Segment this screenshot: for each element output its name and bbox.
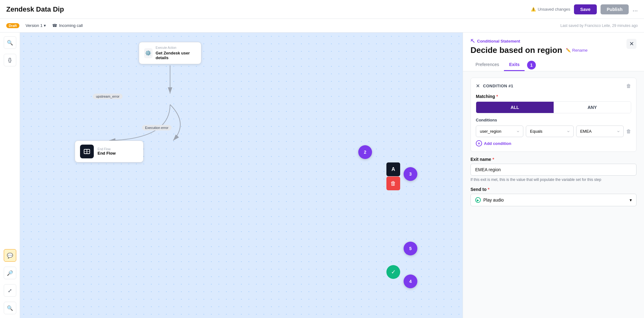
condition-block: ✕ CONDITION #1 🗑 Matching * ALL ANY Cond…	[470, 78, 636, 152]
pencil-icon: ✏️	[566, 48, 571, 53]
incoming-call-indicator: ☎ Incoming call	[52, 23, 83, 28]
last-saved-label: Last saved by Francisco Leite, 29 minute…	[561, 23, 638, 28]
tab-preferences[interactable]: Preferences	[470, 59, 504, 71]
zoom-out-button[interactable]: 🔍	[4, 302, 16, 314]
conditional-icon: ⛏	[470, 39, 475, 44]
condition-value-select[interactable]: EMEA	[576, 126, 624, 137]
exit-name-star: *	[492, 157, 494, 162]
exit-name-section: Exit name * If this exit is met, this is…	[470, 157, 636, 182]
execution-error-label: Execution error	[142, 125, 172, 131]
condition-operator-select[interactable]: Equals	[526, 126, 573, 137]
overlay-green-button[interactable]: ✓	[386, 265, 400, 279]
match-all-button[interactable]: ALL	[476, 102, 554, 113]
chevron-down-icon: ▾	[630, 197, 632, 203]
rename-button[interactable]: ✏️ Rename	[566, 48, 587, 53]
exit-name-input[interactable]	[470, 164, 636, 176]
chevron-down-icon: ▾	[44, 23, 46, 28]
unsaved-indicator: ⚠️ Unsaved changes	[531, 7, 570, 12]
required-star: *	[496, 94, 498, 99]
execute-icon: ⚙️	[144, 48, 153, 58]
panel-type-label: ⛏ Conditional Statement	[470, 39, 587, 44]
version-selector[interactable]: Version 1 ▾	[26, 23, 46, 28]
warning-icon: ⚠️	[531, 7, 536, 12]
panel-tabs: Preferences Exits 1	[470, 59, 636, 71]
end-flow-text: End Flow End Flow	[98, 147, 116, 156]
execute-subtitle: Execute Action	[156, 46, 196, 49]
expand-button[interactable]: ⤢	[4, 284, 16, 297]
add-condition-button[interactable]: + Add condition	[476, 140, 631, 146]
topbar: Zendesk Data Dip ⚠️ Unsaved changes Save…	[0, 0, 644, 19]
condition-header: ✕ CONDITION #1 🗑	[476, 83, 631, 89]
execute-title: Get Zendesk user details	[156, 51, 196, 60]
condition-label: CONDITION #1	[483, 84, 513, 88]
matching-label: Matching *	[476, 94, 631, 99]
end-flow-icon	[80, 145, 94, 158]
execute-node[interactable]: ⚙️ Execute Action Get Zendesk user detai…	[139, 42, 201, 64]
code-button[interactable]: {}	[4, 54, 16, 66]
main-layout: 🔍 {} 💬 🔎 ⤢ 🔍 ⚙️	[0, 33, 644, 318]
conditions-label: Conditions	[476, 118, 631, 122]
draft-badge: Draft	[6, 23, 19, 28]
tab-exits[interactable]: Exits	[504, 59, 524, 71]
fab-4[interactable]: 4	[404, 274, 417, 288]
topbar-actions: ⚠️ Unsaved changes Save Publish ...	[531, 4, 638, 14]
send-to-wrapper: ▶ Play audio ▾	[470, 194, 636, 206]
condition-delete-button[interactable]: 🗑	[626, 83, 631, 89]
canvas-area: ⚙️ Execute Action Get Zendesk user detai…	[20, 33, 463, 318]
publish-button[interactable]: Publish	[601, 4, 629, 14]
send-to-value: Play audio	[483, 197, 504, 203]
app-title: Zendesk Data Dip	[6, 5, 64, 13]
end-flow-label: End Flow	[98, 147, 116, 151]
upstream-error-label: upstream_error	[93, 94, 123, 99]
panel-body: ✕ CONDITION #1 🗑 Matching * ALL ANY Cond…	[463, 71, 644, 318]
plus-circle-icon: +	[476, 140, 482, 146]
exits-badge: 1	[527, 61, 536, 69]
condition-row: user_region Equals EMEA 🗑	[476, 126, 631, 137]
right-panel: ⛏ Conditional Statement Decide based on …	[463, 33, 644, 318]
exit-name-label: Exit name *	[470, 157, 636, 162]
end-flow-node[interactable]: End Flow End Flow	[75, 141, 143, 162]
more-options-button[interactable]: ...	[632, 6, 638, 13]
condition-row-delete-button[interactable]: 🗑	[626, 129, 631, 134]
left-sidebar: 🔍 {} 💬 🔎 ⤢ 🔍	[0, 33, 20, 318]
search-button[interactable]: 🔍	[4, 36, 16, 49]
overlay-red-button[interactable]: 🗑	[386, 177, 400, 190]
phone-icon: ☎	[52, 23, 57, 28]
condition-field-select[interactable]: user_region	[476, 126, 523, 137]
condition-close-icon[interactable]: ✕	[476, 83, 480, 89]
close-panel-button[interactable]: ✕	[626, 39, 636, 49]
save-button[interactable]: Save	[574, 4, 597, 14]
exit-name-hint: If this exit is met, this is the value t…	[470, 177, 636, 182]
matching-buttons: ALL ANY	[476, 101, 631, 113]
fab-3[interactable]: 3	[404, 167, 417, 181]
send-to-dropdown[interactable]: ▶ Play audio ▾	[470, 194, 636, 206]
subbar: Draft Version 1 ▾ ☎ Incoming call Last s…	[0, 19, 644, 33]
fab-5[interactable]: 5	[404, 242, 417, 255]
fab-2[interactable]: 2	[358, 145, 372, 159]
overlay-a-button[interactable]: A	[386, 162, 400, 176]
end-flow-title: End Flow	[98, 151, 116, 156]
send-to-star: *	[488, 187, 489, 192]
panel-title: Decide based on region ✏️ Rename	[470, 45, 587, 55]
send-to-label: Send to *	[470, 187, 636, 192]
chat-button[interactable]: 💬	[4, 249, 16, 262]
send-to-section: Send to * ▶ Play audio ▾	[470, 187, 636, 206]
zoom-in-button[interactable]: 🔎	[4, 267, 16, 279]
panel-header: ⛏ Conditional Statement Decide based on …	[463, 33, 644, 71]
match-any-button[interactable]: ANY	[554, 102, 631, 113]
play-icon: ▶	[475, 197, 481, 203]
